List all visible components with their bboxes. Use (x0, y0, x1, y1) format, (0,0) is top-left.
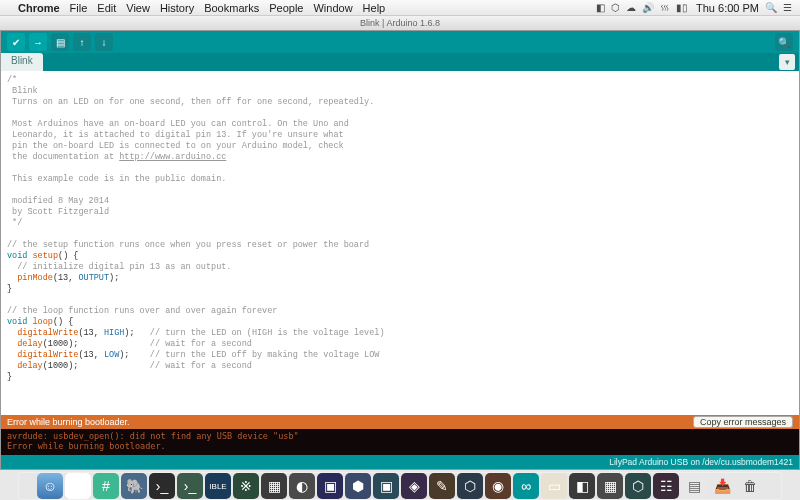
window-titlebar: Blink | Arduino 1.6.8 (0, 16, 800, 30)
new-button[interactable]: ▤ (51, 33, 69, 51)
comment: */ (7, 218, 22, 228)
verify-button[interactable]: ✔ (7, 33, 25, 51)
app-icon[interactable]: ▦ (597, 473, 623, 499)
volume-icon[interactable]: 🔊 (642, 2, 654, 13)
code: () { (58, 251, 78, 261)
menu-people[interactable]: People (269, 2, 303, 14)
arduino-toolbar: ✔ → ▤ ↑ ↓ 🔍 (1, 31, 799, 53)
comment: Blink (7, 86, 38, 96)
app-icon[interactable]: ✎ (429, 473, 455, 499)
function: loop (33, 317, 53, 327)
open-button[interactable]: ↑ (73, 33, 91, 51)
ible-icon[interactable]: IBLE (205, 473, 231, 499)
call: delay (17, 361, 43, 371)
comment: Leonardo, it is attached to digital pin … (7, 130, 344, 140)
app-icon[interactable]: ▦ (261, 473, 287, 499)
macos-dock: ☺ ◉ # 🐘 ›_ ›_ IBLE ※ ▦ ◐ ▣ ⬢ ▣ ◈ ✎ ⬡ ◉ ∞… (0, 470, 800, 500)
comment: // initialize digital pin 13 as an outpu… (7, 262, 231, 272)
save-button[interactable]: ↓ (95, 33, 113, 51)
call: digitalWrite (17, 350, 78, 360)
app-icon[interactable]: ⬢ (345, 473, 371, 499)
menu-window[interactable]: Window (313, 2, 352, 14)
menu-help[interactable]: Help (363, 2, 386, 14)
comment: // turn the LED on (HIGH is the voltage … (150, 328, 385, 338)
menu-bookmarks[interactable]: Bookmarks (204, 2, 259, 14)
menu-edit[interactable]: Edit (97, 2, 116, 14)
comment: by Scott Fitzgerald (7, 207, 109, 217)
app-icon[interactable]: ◈ (401, 473, 427, 499)
app-icon[interactable]: ◉ (485, 473, 511, 499)
error-title: Error while burning bootloader. (7, 417, 130, 427)
status-icon[interactable]: ◧ (596, 2, 605, 13)
comment: // wait for a second (150, 339, 252, 349)
comment: // turn the LED off by making the voltag… (150, 350, 380, 360)
wifi-icon[interactable]: ᯾ (660, 2, 670, 13)
app-icon[interactable]: ◐ (289, 473, 315, 499)
tab-menu-button[interactable]: ▾ (779, 54, 795, 70)
app-icon[interactable]: ※ (233, 473, 259, 499)
tab-blink[interactable]: Blink (1, 53, 43, 71)
iterm-icon[interactable]: ›_ (177, 473, 203, 499)
spotlight-icon[interactable]: 🔍 (765, 2, 777, 13)
code: ); (119, 350, 150, 360)
copy-error-button[interactable]: Copy error messages (693, 416, 793, 428)
status-bar: LilyPad Arduino USB on /dev/cu.usbmodem1… (1, 455, 799, 469)
app-icon[interactable]: ▣ (317, 473, 343, 499)
code: (13, (78, 350, 104, 360)
code: (13, (53, 273, 79, 283)
slack-icon[interactable]: # (93, 473, 119, 499)
code-editor[interactable]: /* Blink Turns on an LED on for one seco… (1, 71, 799, 415)
trash-icon[interactable]: 🗑 (737, 473, 763, 499)
comment: Most Arduinos have an on-board LED you c… (7, 119, 349, 129)
docs-link[interactable]: http://www.arduino.cc (119, 152, 226, 162)
comment: // the loop function runs over and over … (7, 306, 277, 316)
cloud-icon[interactable]: ☁ (626, 2, 636, 13)
constant: LOW (104, 350, 119, 360)
keyword: void (7, 317, 27, 327)
comment: modified 8 May 2014 (7, 196, 109, 206)
menu-file[interactable]: File (70, 2, 88, 14)
elephant-icon[interactable]: 🐘 (121, 473, 147, 499)
notifications-icon[interactable]: ☰ (783, 2, 792, 13)
comment: This example code is in the public domai… (7, 174, 226, 184)
app-icon[interactable]: ☷ (653, 473, 679, 499)
console-line: Error while burning bootloader. (7, 441, 166, 451)
terminal-icon[interactable]: ›_ (149, 473, 175, 499)
constant: HIGH (104, 328, 124, 338)
app-menu[interactable]: Chrome (18, 2, 60, 14)
finder-icon[interactable]: ☺ (37, 473, 63, 499)
code: } (7, 284, 12, 294)
chrome-icon[interactable]: ◉ (65, 473, 91, 499)
console-line: avrdude: usbdev_open(): did not find any… (7, 431, 299, 441)
code: (1000); (43, 339, 150, 349)
menu-view[interactable]: View (126, 2, 150, 14)
keyword: void (7, 251, 27, 261)
comment: /* (7, 75, 17, 85)
call: delay (17, 339, 43, 349)
menu-history[interactable]: History (160, 2, 194, 14)
code: (1000); (43, 361, 150, 371)
code: (13, (78, 328, 104, 338)
comment: the documentation at (7, 152, 119, 162)
error-console[interactable]: avrdude: usbdev_open(): did not find any… (1, 429, 799, 455)
code: ); (109, 273, 119, 283)
comment: Turns on an LED on for one second, then … (7, 97, 374, 107)
serial-monitor-button[interactable]: 🔍 (775, 33, 793, 51)
app-icon[interactable]: ◧ (569, 473, 595, 499)
battery-icon[interactable]: ▮▯ (676, 2, 688, 13)
downloads-icon[interactable]: 📥 (709, 473, 735, 499)
app-icon[interactable]: ▭ (541, 473, 567, 499)
arduino-icon[interactable]: ∞ (513, 473, 539, 499)
dropbox-icon[interactable]: ⬡ (611, 2, 620, 13)
comment: pin the on-board LED is connected to on … (7, 141, 344, 151)
app-icon[interactable]: ⬡ (625, 473, 651, 499)
code: ); (124, 328, 150, 338)
upload-button[interactable]: → (29, 33, 47, 51)
app-icon[interactable]: ▤ (681, 473, 707, 499)
virtualbox-icon[interactable]: ▣ (373, 473, 399, 499)
app-icon[interactable]: ⬡ (457, 473, 483, 499)
clock[interactable]: Thu 6:00 PM (696, 2, 759, 14)
code: () { (53, 317, 73, 327)
call: pinMode (17, 273, 53, 283)
arduino-window: ✔ → ▤ ↑ ↓ 🔍 Blink ▾ /* Blink Turns on an… (0, 30, 800, 470)
